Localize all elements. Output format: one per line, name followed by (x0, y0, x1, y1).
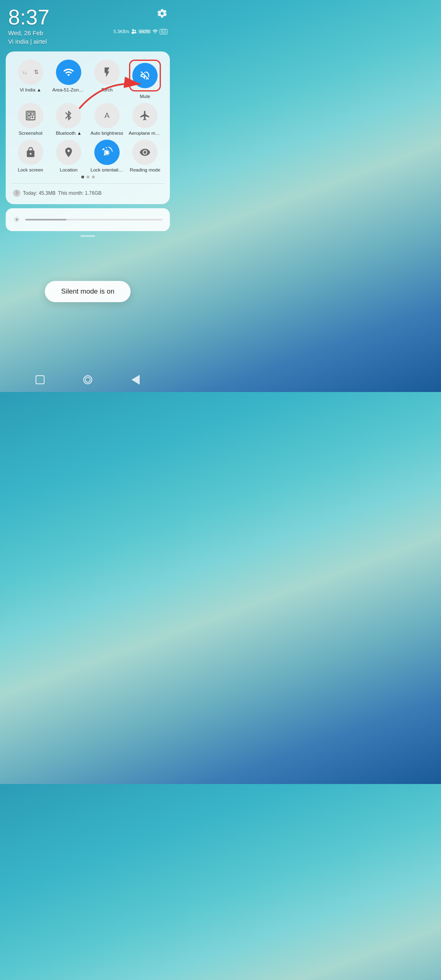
carrier: Vi India | airtel (8, 38, 167, 45)
nav-back[interactable] (128, 372, 143, 387)
today-usage: Today: 45.3MB (23, 190, 56, 196)
qs-vi-india-icon: ↑↓ ⇅ (18, 60, 43, 85)
data-usage: ? Today: 45.3MB This month: 1.76GB (11, 187, 164, 198)
qs-aeroplane[interactable]: Aeroplane mode (126, 103, 165, 136)
qs-grid-row3: Lock screen Location (11, 140, 164, 172)
battery: 63 (160, 29, 167, 34)
quick-settings-panel: ↑↓ ⇅ Vi India ▲ Area-51-Zone ▲ (6, 51, 170, 204)
qs-mute-label: Mute (140, 94, 150, 99)
svg-point-11 (104, 150, 110, 156)
nav-recents[interactable] (33, 372, 47, 387)
qs-grid-row2: Screenshot Bluetooth ▲ A Auto brigh (11, 103, 164, 136)
qs-aeroplane-icon (132, 103, 158, 128)
month-usage: This month: 1.76GB (58, 190, 102, 196)
page-dot-1 (81, 176, 84, 178)
page-indicators (11, 176, 164, 178)
qs-reading-mode-icon (132, 140, 158, 165)
qs-lock-orientation-label: Lock orientation (91, 167, 123, 172)
svg-text:↑↓: ↑↓ (22, 70, 27, 75)
svg-text:A: A (105, 111, 110, 120)
qs-screenshot-label: Screenshot (19, 131, 42, 136)
settings-gear[interactable] (157, 8, 167, 20)
qs-bluetooth-icon (56, 103, 81, 128)
qs-lock-screen-label: Lock screen (18, 167, 43, 172)
page-dot-3 (92, 176, 95, 178)
qs-auto-brightness-icon: A (94, 103, 120, 128)
qs-vi-india-label: Vi India ▲ (20, 87, 41, 92)
qs-aeroplane-label: Aeroplane mode (129, 131, 161, 136)
qs-location-label: Location (60, 167, 78, 172)
qs-lock-orientation[interactable]: 🔒 Lock orientation (88, 140, 126, 172)
brightness-icon: ☀ (13, 215, 20, 225)
svg-rect-5 (31, 113, 33, 115)
svg-text:⇅: ⇅ (34, 69, 39, 75)
qs-lock-orientation-icon: 🔒 (94, 140, 120, 165)
svg-rect-4 (28, 113, 30, 115)
qs-screenshot-icon (18, 103, 43, 128)
divider (11, 183, 164, 184)
status-icons: 5.3KB/s VoLTE 63 (114, 29, 167, 34)
status-bar: 8:37 Wed, 26 Feb Vi India | airtel 5.3KB… (0, 0, 176, 48)
drag-handle (80, 235, 95, 237)
qs-location[interactable]: Location (50, 140, 88, 172)
clock: 8:37 (8, 7, 167, 28)
qs-wifi-label: Area-51-Zone ▲ (52, 87, 85, 92)
back-icon (131, 375, 140, 385)
qs-torch[interactable]: Torch (88, 60, 126, 99)
speed-indicator: 5.3KB/s (114, 29, 129, 34)
data-usage-icon: ? (13, 189, 20, 197)
qs-reading-mode[interactable]: Reading mode (126, 140, 165, 172)
qs-auto-brightness[interactable]: A Auto brightness (88, 103, 126, 136)
home-icon (83, 375, 92, 384)
qs-wifi-icon (56, 60, 81, 85)
qs-mute-icon (132, 63, 158, 88)
qs-location-icon (56, 140, 81, 165)
qs-bluetooth[interactable]: Bluetooth ▲ (50, 103, 88, 136)
page-dot-2 (87, 176, 89, 178)
qs-mute[interactable]: Mute (126, 60, 165, 99)
nav-bar (0, 368, 176, 392)
toast-notification: Silent mode is on (45, 281, 131, 302)
brightness-bar[interactable]: ☀ (6, 208, 170, 231)
toast-text: Silent mode is on (61, 287, 114, 295)
qs-auto-brightness-label: Auto brightness (91, 131, 123, 136)
brightness-slider[interactable] (25, 219, 163, 220)
qs-lock-screen-icon (18, 140, 43, 165)
qs-screenshot[interactable]: Screenshot (11, 103, 50, 136)
qs-bluetooth-label: Bluetooth ▲ (56, 131, 82, 136)
qs-torch-icon (94, 60, 120, 85)
screen: 8:37 Wed, 26 Feb Vi India | airtel 5.3KB… (0, 0, 176, 392)
qs-lock-screen[interactable]: Lock screen (11, 140, 50, 172)
lte-badge: VoLTE (138, 29, 151, 33)
recents-icon (36, 375, 45, 384)
qs-vi-india[interactable]: ↑↓ ⇅ Vi India ▲ (11, 60, 50, 99)
qs-torch-label: Torch (101, 87, 113, 92)
qs-grid-row1: ↑↓ ⇅ Vi India ▲ Area-51-Zone ▲ (11, 60, 164, 99)
qs-reading-mode-label: Reading mode (130, 167, 160, 172)
nav-home[interactable] (80, 372, 95, 387)
qs-wifi[interactable]: Area-51-Zone ▲ (50, 60, 88, 99)
